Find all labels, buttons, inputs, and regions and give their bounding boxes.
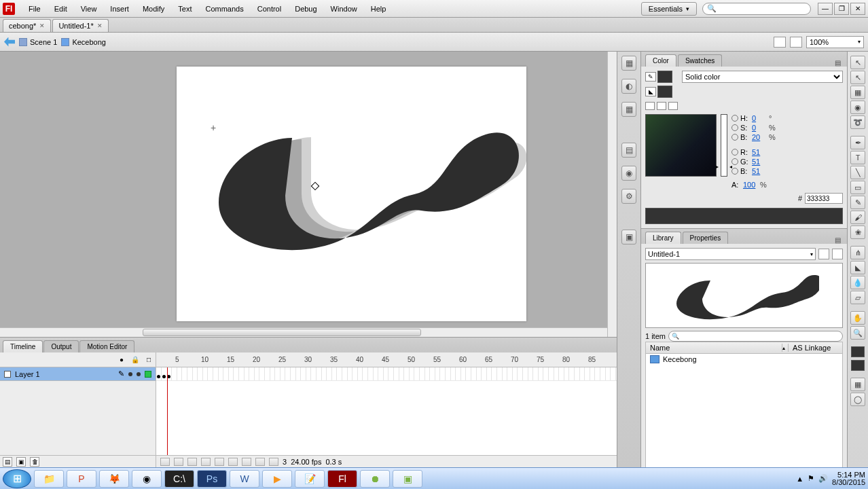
taskbar-photoshop[interactable]: Ps: [197, 470, 227, 488]
tab-color[interactable]: Color: [645, 54, 676, 67]
tab-timeline[interactable]: Timeline: [3, 340, 43, 352]
zoom-dropdown[interactable]: 100%: [806, 36, 864, 48]
stroke-swatch[interactable]: [657, 71, 672, 83]
stage[interactable]: +: [177, 67, 526, 321]
menu-control[interactable]: Control: [251, 2, 288, 16]
menu-help[interactable]: Help: [364, 2, 393, 16]
menu-text[interactable]: Text: [171, 2, 198, 16]
fill-color[interactable]: [851, 360, 865, 371]
fill-swatch[interactable]: [657, 86, 672, 98]
panel-icon[interactable]: ▣: [621, 230, 636, 244]
panel-icon[interactable]: ◐: [621, 79, 636, 94]
menu-window[interactable]: Window: [324, 2, 364, 16]
scene-crumb[interactable]: Scene 1: [30, 38, 57, 46]
r-value[interactable]: 51: [752, 148, 767, 156]
fill-type-select[interactable]: Solid color: [682, 71, 843, 83]
tab-motion-editor[interactable]: Motion Editor: [79, 340, 134, 352]
lasso-tool[interactable]: ➰: [850, 115, 865, 129]
bw-button[interactable]: [645, 102, 655, 110]
subselection-tool[interactable]: ↖: [850, 71, 865, 84]
radio-bl[interactable]: [731, 168, 738, 175]
tray-icon[interactable]: ▲: [796, 475, 803, 483]
deco-tool[interactable]: ❀: [850, 225, 865, 239]
brush-tool[interactable]: 🖌: [850, 211, 865, 224]
edit-symbols-icon[interactable]: [790, 37, 802, 48]
panel-icon[interactable]: ▤: [621, 143, 636, 158]
first-frame-button[interactable]: [160, 458, 170, 466]
taskbar-media[interactable]: ▶: [262, 470, 292, 488]
onion-outline-button[interactable]: [242, 458, 251, 466]
eyedropper-tool[interactable]: 💧: [850, 276, 865, 289]
horizontal-scrollbar[interactable]: [0, 327, 607, 337]
tab-swatches[interactable]: Swatches: [678, 54, 722, 67]
g-value[interactable]: 51: [752, 158, 767, 166]
taskbar-flash[interactable]: Fl: [327, 470, 357, 488]
delete-layer-button[interactable]: 🗑: [30, 457, 39, 467]
taskbar-explorer[interactable]: 📁: [34, 470, 64, 488]
menu-view[interactable]: View: [74, 2, 104, 16]
h-value[interactable]: 0: [752, 114, 767, 122]
restore-button[interactable]: ❐: [834, 3, 849, 15]
layer-name[interactable]: Layer 1: [15, 370, 114, 378]
pen-tool[interactable]: ✒: [850, 136, 865, 149]
start-button[interactable]: ⊞: [3, 469, 31, 488]
radio-r[interactable]: [731, 149, 738, 156]
menu-modify[interactable]: Modify: [136, 2, 171, 16]
close-icon[interactable]: ✕: [97, 22, 103, 29]
new-folder-button[interactable]: ▣: [16, 457, 26, 467]
selection-tool[interactable]: ↖: [850, 56, 865, 69]
bone-tool[interactable]: ⋔: [850, 246, 865, 259]
outline-color[interactable]: [145, 371, 151, 378]
eye-icon[interactable]: ●: [117, 356, 126, 364]
radio-b[interactable]: [731, 134, 738, 141]
menu-edit[interactable]: Edit: [48, 2, 74, 16]
panel-icon[interactable]: ▦: [621, 102, 636, 117]
pin-button[interactable]: [818, 249, 829, 259]
stroke-color[interactable]: [851, 346, 865, 357]
close-button[interactable]: ✕: [850, 3, 865, 15]
library-header[interactable]: Name▴ AS Linkage: [645, 342, 843, 354]
menu-debug[interactable]: Debug: [288, 2, 323, 16]
onion-skin-button[interactable]: [228, 458, 238, 466]
hand-tool[interactable]: ✋: [850, 311, 865, 325]
taskbar-chrome[interactable]: ◉: [132, 470, 162, 488]
swap-button[interactable]: [668, 102, 678, 110]
lock-icon[interactable]: 🔒: [131, 356, 139, 364]
help-search[interactable]: 🔍: [702, 3, 811, 15]
workspace-switcher[interactable]: Essentials: [641, 2, 697, 16]
pencil-tool[interactable]: ✎: [850, 196, 865, 209]
prev-frame-button[interactable]: [174, 458, 183, 466]
nocolor-button[interactable]: [657, 102, 666, 110]
visible-dot[interactable]: [128, 372, 132, 376]
tab-output[interactable]: Output: [43, 340, 79, 352]
tool-option[interactable]: ◯: [850, 393, 865, 406]
frame-ruler[interactable]: 510152025303540455055606570758085: [156, 352, 617, 367]
edit-scene-icon[interactable]: [774, 37, 786, 48]
panel-menu-icon[interactable]: ▤: [832, 236, 843, 244]
stage-area[interactable]: +: [0, 52, 617, 337]
line-tool[interactable]: ╲: [850, 166, 865, 179]
zoom-tool[interactable]: 🔍: [850, 326, 865, 340]
text-tool[interactable]: T: [850, 151, 865, 164]
menu-commands[interactable]: Commands: [198, 2, 250, 16]
taskbar-cmd[interactable]: C:\: [164, 470, 194, 488]
hex-input[interactable]: [805, 193, 843, 204]
vertical-scrollbar[interactable]: [607, 52, 617, 337]
minimize-button[interactable]: —: [818, 3, 833, 15]
taskbar-camtasia[interactable]: ⏺: [360, 470, 390, 488]
taskbar-app[interactable]: ▣: [393, 470, 422, 488]
layer-row[interactable]: Layer 1 ✎: [0, 367, 156, 381]
close-icon[interactable]: ✕: [39, 22, 45, 29]
taskbar-word[interactable]: W: [230, 470, 259, 488]
radio-g[interactable]: [731, 158, 738, 165]
radio-s[interactable]: [731, 124, 738, 131]
menu-insert[interactable]: Insert: [103, 2, 136, 16]
last-frame-button[interactable]: [215, 458, 224, 466]
bl-value[interactable]: 51: [752, 167, 767, 175]
edit-multi-button[interactable]: [255, 458, 265, 466]
panel-menu-icon[interactable]: ▤: [832, 59, 843, 67]
taskbar-powerpoint[interactable]: P: [67, 470, 96, 488]
outline-icon[interactable]: □: [145, 356, 153, 364]
doc-tab-cebong[interactable]: cebong*✕: [3, 19, 51, 32]
rectangle-tool[interactable]: ▭: [850, 181, 865, 194]
